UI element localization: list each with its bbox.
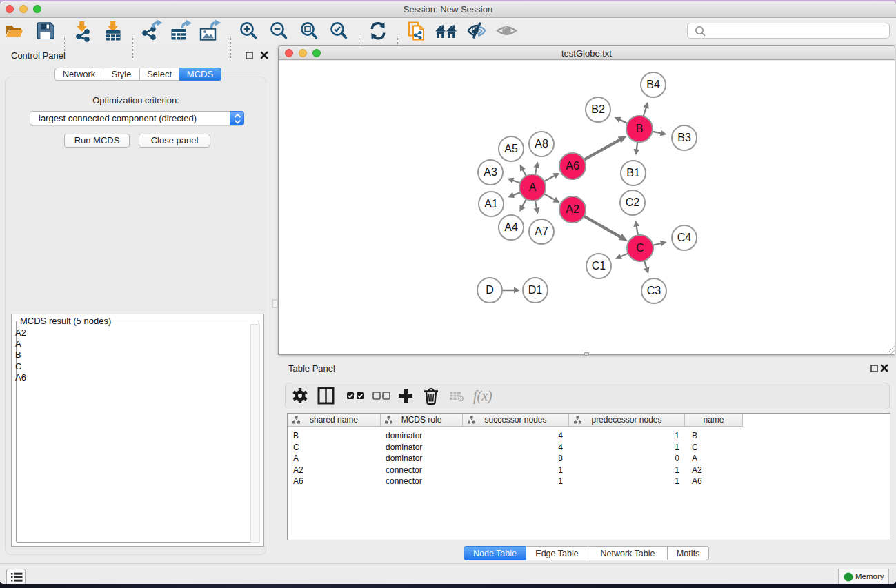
svg-text:D1: D1 xyxy=(528,284,543,296)
svg-text:A3: A3 xyxy=(484,166,497,178)
svg-text:C: C xyxy=(636,242,644,254)
svg-text:A2: A2 xyxy=(566,203,579,215)
svg-text:A8: A8 xyxy=(535,138,548,150)
svg-text:A6: A6 xyxy=(566,160,579,172)
svg-text:C1: C1 xyxy=(592,260,606,272)
svg-text:A4: A4 xyxy=(504,221,518,233)
svg-text:A7: A7 xyxy=(535,225,548,237)
svg-text:A1: A1 xyxy=(484,198,498,210)
svg-text:C3: C3 xyxy=(647,285,661,296)
svg-text:A: A xyxy=(529,181,537,193)
svg-text:B2: B2 xyxy=(591,103,605,115)
svg-text:C2: C2 xyxy=(626,196,640,208)
svg-text:C4: C4 xyxy=(677,232,692,243)
svg-text:B4: B4 xyxy=(646,79,660,90)
svg-text:B3: B3 xyxy=(677,132,691,143)
svg-text:D: D xyxy=(486,284,494,296)
svg-text:B1: B1 xyxy=(626,167,640,179)
svg-text:A5: A5 xyxy=(504,143,518,154)
svg-text:f(x): f(x) xyxy=(473,388,492,404)
svg-text:B: B xyxy=(636,123,644,134)
